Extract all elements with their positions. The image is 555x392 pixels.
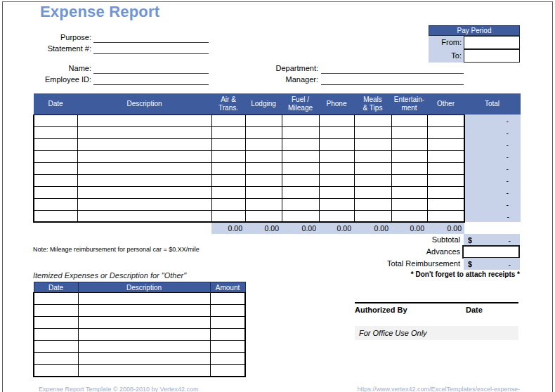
expense-cell[interactable]	[245, 115, 282, 126]
expense-cell[interactable]	[34, 138, 77, 150]
pay-period-from-field[interactable]	[464, 36, 520, 49]
expense-cell[interactable]	[391, 126, 427, 138]
statement-field[interactable]	[93, 44, 209, 54]
employee-id-field[interactable]	[93, 74, 209, 85]
expense-cell[interactable]	[77, 138, 211, 150]
expense-cell[interactable]	[319, 115, 354, 126]
expense-cell[interactable]	[391, 150, 427, 162]
expense-cell[interactable]	[282, 138, 319, 150]
expense-cell[interactable]	[34, 115, 77, 126]
name-field[interactable]	[93, 63, 209, 74]
expense-cell[interactable]	[77, 150, 211, 162]
expense-cell[interactable]	[319, 138, 354, 150]
expense-cell[interactable]	[245, 150, 282, 162]
expense-cell[interactable]	[34, 150, 77, 162]
expense-cell[interactable]	[282, 174, 319, 186]
expense-cell[interactable]	[391, 174, 427, 186]
itemized-cell[interactable]	[34, 305, 78, 317]
expense-cell[interactable]	[245, 162, 282, 174]
itemized-cell[interactable]	[78, 341, 210, 353]
expense-cell[interactable]	[427, 115, 464, 126]
expense-cell[interactable]	[34, 210, 77, 222]
expense-cell[interactable]	[282, 150, 319, 162]
expense-cell[interactable]	[427, 150, 464, 162]
expense-cell[interactable]	[282, 126, 319, 138]
footer-url[interactable]: https://www.vertex42.com/ExcelTemplates/…	[341, 386, 520, 392]
itemized-cell[interactable]	[78, 329, 210, 341]
expense-cell[interactable]	[427, 138, 464, 150]
expense-cell[interactable]	[319, 150, 354, 162]
expense-cell[interactable]	[354, 174, 391, 186]
expense-cell[interactable]	[34, 126, 77, 138]
expense-cell[interactable]	[391, 198, 427, 210]
expense-cell[interactable]	[354, 150, 391, 162]
expense-cell[interactable]	[427, 126, 464, 138]
itemized-cell[interactable]	[210, 329, 245, 341]
expense-cell[interactable]	[427, 162, 464, 174]
expense-cell[interactable]	[245, 186, 282, 198]
expense-cell[interactable]	[427, 210, 464, 222]
expense-cell[interactable]	[282, 210, 319, 222]
expense-cell[interactable]	[34, 174, 77, 186]
purpose-field[interactable]	[93, 32, 209, 43]
itemized-cell[interactable]	[78, 365, 210, 377]
itemized-cell[interactable]	[34, 317, 78, 329]
expense-cell[interactable]	[427, 174, 464, 186]
expense-cell[interactable]	[77, 198, 211, 210]
expense-cell[interactable]	[211, 115, 245, 126]
expense-cell[interactable]	[354, 115, 391, 126]
itemized-cell[interactable]	[78, 293, 210, 305]
expense-cell[interactable]	[354, 138, 391, 150]
expense-cell[interactable]	[211, 150, 245, 162]
expense-cell[interactable]	[319, 126, 354, 138]
expense-cell[interactable]	[77, 186, 211, 198]
expense-cell[interactable]	[427, 198, 464, 210]
itemized-cell[interactable]	[34, 329, 78, 341]
expense-cell[interactable]	[211, 138, 245, 150]
advances-field[interactable]	[462, 245, 520, 259]
expense-cell[interactable]	[319, 174, 354, 186]
expense-cell[interactable]	[282, 186, 319, 198]
itemized-cell[interactable]	[210, 317, 245, 329]
expense-cell[interactable]	[34, 186, 77, 198]
expense-cell[interactable]	[211, 210, 245, 222]
itemized-cell[interactable]	[34, 293, 78, 305]
itemized-cell[interactable]	[210, 341, 245, 353]
itemized-cell[interactable]	[34, 353, 78, 365]
expense-cell[interactable]	[391, 138, 427, 150]
itemized-cell[interactable]	[210, 365, 245, 377]
expense-cell[interactable]	[245, 198, 282, 210]
expense-cell[interactable]	[245, 174, 282, 186]
itemized-cell[interactable]	[34, 341, 78, 353]
expense-cell[interactable]	[34, 162, 77, 174]
expense-cell[interactable]	[211, 126, 245, 138]
expense-cell[interactable]	[245, 126, 282, 138]
expense-cell[interactable]	[391, 162, 427, 174]
expense-cell[interactable]	[245, 138, 282, 150]
expense-cell[interactable]	[211, 174, 245, 186]
expense-cell[interactable]	[354, 186, 391, 198]
expense-cell[interactable]	[211, 198, 245, 210]
expense-cell[interactable]	[354, 126, 391, 138]
expense-cell[interactable]	[77, 115, 211, 126]
expense-cell[interactable]	[282, 115, 319, 126]
expense-cell[interactable]	[282, 162, 319, 174]
expense-cell[interactable]	[354, 210, 391, 222]
expense-cell[interactable]	[391, 115, 427, 126]
expense-cell[interactable]	[77, 162, 211, 174]
expense-cell[interactable]	[77, 174, 211, 186]
expense-cell[interactable]	[245, 210, 282, 222]
manager-field[interactable]	[321, 74, 464, 85]
expense-cell[interactable]	[77, 126, 211, 138]
expense-cell[interactable]	[77, 210, 211, 222]
expense-cell[interactable]	[211, 162, 245, 174]
itemized-cell[interactable]	[78, 305, 210, 317]
department-field[interactable]	[321, 63, 464, 74]
itemized-cell[interactable]	[210, 293, 245, 305]
itemized-cell[interactable]	[78, 353, 210, 365]
expense-cell[interactable]	[427, 186, 464, 198]
expense-cell[interactable]	[391, 186, 427, 198]
itemized-cell[interactable]	[210, 305, 245, 317]
expense-cell[interactable]	[34, 198, 77, 210]
expense-cell[interactable]	[391, 210, 427, 222]
